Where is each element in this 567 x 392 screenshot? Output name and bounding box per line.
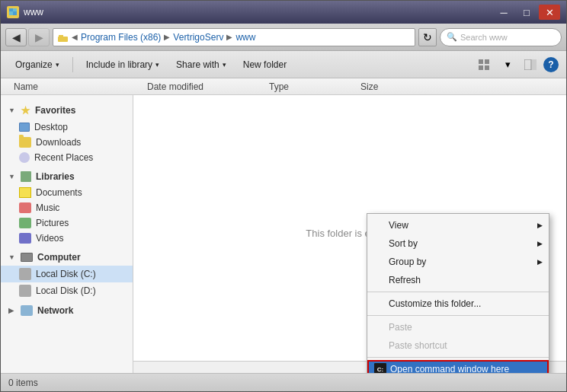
view-options-button[interactable] bbox=[475, 56, 495, 73]
svg-rect-5 bbox=[58, 37, 68, 42]
ctx-open-command[interactable]: C: Open command window here bbox=[367, 360, 549, 373]
breadcrumb-www[interactable]: www bbox=[235, 32, 255, 43]
libraries-header[interactable]: ▼ Libraries bbox=[1, 168, 133, 185]
computer-icon bbox=[21, 253, 33, 262]
minimize-button[interactable]: ─ bbox=[493, 5, 514, 20]
ctx-group-by[interactable]: Group by bbox=[367, 253, 549, 271]
sidebar-documents-label: Documents bbox=[36, 187, 82, 198]
svg-rect-11 bbox=[532, 59, 537, 70]
col-date[interactable]: Date modified bbox=[141, 81, 263, 92]
svg-rect-1 bbox=[13, 8, 17, 11]
computer-header[interactable]: ▼ Computer bbox=[1, 249, 133, 266]
include-in-library-button[interactable]: Include in library ▾ bbox=[79, 55, 166, 75]
window-icon bbox=[7, 6, 19, 18]
favorites-label: Favorites bbox=[35, 105, 75, 116]
svg-rect-7 bbox=[485, 59, 489, 64]
computer-arrow: ▼ bbox=[8, 253, 16, 261]
sidebar-item-documents[interactable]: Documents bbox=[1, 185, 133, 200]
sidebar-pictures-label: Pictures bbox=[36, 218, 69, 228]
sidebar-item-music[interactable]: Music bbox=[1, 200, 133, 215]
back-button[interactable]: ◀ bbox=[5, 28, 27, 46]
computer-section: ▼ Computer Local Disk (C:) Local Disk (D… bbox=[1, 249, 133, 299]
ctx-customize[interactable]: Customize this folder... bbox=[367, 295, 549, 313]
network-icon bbox=[21, 305, 33, 316]
sidebar-item-local-c[interactable]: Local Disk (C:) bbox=[1, 266, 133, 282]
music-icon bbox=[19, 202, 31, 213]
ctx-sep-3 bbox=[367, 357, 549, 358]
status-bar: 0 items bbox=[1, 373, 566, 391]
sidebar-desktop-label: Desktop bbox=[34, 122, 68, 132]
libraries-icon bbox=[21, 171, 31, 182]
preview-pane-button[interactable] bbox=[521, 56, 540, 73]
libraries-arrow: ▼ bbox=[8, 173, 16, 180]
ctx-refresh[interactable]: Refresh bbox=[367, 271, 549, 289]
col-type[interactable]: Type bbox=[263, 81, 354, 92]
col-name[interactable]: Name bbox=[8, 81, 44, 92]
ctx-paste-shortcut: Paste shortcut bbox=[367, 336, 549, 355]
sidebar-item-local-d[interactable]: Local Disk (D:) bbox=[1, 282, 133, 299]
column-headers: Name Date modified Type Size bbox=[1, 78, 566, 95]
network-section: ▶ Network bbox=[1, 302, 133, 319]
share-with-button[interactable]: Share with ▾ bbox=[169, 55, 233, 75]
breadcrumb-sep-2: ▶ bbox=[164, 33, 170, 41]
sidebar-item-videos[interactable]: Videos bbox=[1, 231, 133, 246]
sidebar-local-c-label: Local Disk (C:) bbox=[36, 269, 96, 279]
refresh-button[interactable]: ↻ bbox=[418, 28, 437, 46]
svg-rect-8 bbox=[479, 65, 483, 70]
ctx-paste: Paste bbox=[367, 318, 549, 336]
sidebar-item-recent[interactable]: Recent Places bbox=[1, 150, 133, 165]
close-button[interactable]: ✕ bbox=[539, 5, 560, 20]
videos-icon bbox=[19, 233, 31, 244]
ctx-view[interactable]: View bbox=[367, 216, 549, 234]
svg-rect-6 bbox=[479, 59, 483, 64]
desktop-icon bbox=[19, 123, 30, 132]
new-folder-button[interactable]: New folder bbox=[236, 55, 293, 75]
search-bar[interactable]: 🔍 Search www bbox=[440, 28, 562, 46]
breadcrumb-bar[interactable]: ◀ Program Files (x86) ▶ VertrigoServ ▶ w… bbox=[53, 28, 415, 46]
window-controls: ─ □ ✕ bbox=[493, 5, 560, 20]
svg-rect-3 bbox=[13, 11, 17, 15]
sidebar-local-d-label: Local Disk (D:) bbox=[36, 285, 96, 296]
disk-d-icon bbox=[19, 285, 31, 297]
breadcrumb-vertrigo[interactable]: VertrigoServ bbox=[173, 32, 223, 43]
breadcrumb-sep-1: ◀ bbox=[72, 33, 78, 41]
sidebar-item-pictures[interactable]: Pictures bbox=[1, 215, 133, 231]
network-arrow: ▶ bbox=[8, 307, 16, 314]
network-header[interactable]: ▶ Network bbox=[1, 302, 133, 319]
ctx-sort-by[interactable]: Sort by bbox=[367, 234, 549, 253]
favorites-header[interactable]: ▼ ★ Favorites bbox=[1, 101, 133, 120]
search-placeholder: Search www bbox=[460, 33, 508, 42]
col-size[interactable]: Size bbox=[354, 81, 415, 92]
breadcrumb-program-files[interactable]: Program Files (x86) bbox=[81, 32, 161, 43]
help-button[interactable]: ? bbox=[543, 57, 559, 72]
file-area[interactable]: This folder is empty. View Sort by Group… bbox=[133, 95, 566, 373]
context-menu: View Sort by Group by Refresh Customize … bbox=[367, 213, 549, 373]
view-dropdown-button[interactable]: ▾ bbox=[498, 56, 517, 73]
forward-button[interactable]: ▶ bbox=[28, 28, 50, 46]
svg-rect-2 bbox=[9, 11, 13, 15]
svg-rect-0 bbox=[9, 8, 13, 11]
favorites-arrow: ▼ bbox=[8, 107, 16, 114]
breadcrumb-sep-3: ▶ bbox=[226, 33, 232, 41]
sidebar-downloads-label: Downloads bbox=[36, 137, 81, 148]
toolbar-right: ▾ ? bbox=[475, 56, 559, 73]
sidebar-videos-label: Videos bbox=[36, 233, 63, 244]
ctx-sep-1 bbox=[367, 292, 549, 292]
title-bar-left: www bbox=[7, 6, 43, 18]
title-bar: www ─ □ ✕ bbox=[1, 1, 566, 24]
downloads-folder-icon bbox=[19, 137, 31, 148]
favorites-section: ▼ ★ Favorites Desktop Downloads Recent P… bbox=[1, 101, 133, 165]
address-bar: ◀ ▶ ◀ Program Files (x86) ▶ VertrigoServ… bbox=[1, 24, 566, 51]
toolbar: Organize ▾ Include in library ▾ Share wi… bbox=[1, 51, 566, 78]
main-content: ▼ ★ Favorites Desktop Downloads Recent P… bbox=[1, 95, 566, 373]
svg-rect-9 bbox=[485, 65, 489, 70]
toolbar-separator-1 bbox=[72, 57, 73, 72]
sidebar-recent-label: Recent Places bbox=[34, 152, 93, 163]
svg-rect-10 bbox=[524, 59, 531, 70]
favorites-star-icon: ★ bbox=[21, 104, 30, 116]
sidebar-item-downloads[interactable]: Downloads bbox=[1, 135, 133, 150]
maximize-button[interactable]: □ bbox=[516, 5, 537, 20]
organize-button[interactable]: Organize ▾ bbox=[8, 55, 66, 75]
status-items: 0 items bbox=[8, 378, 38, 388]
sidebar-item-desktop[interactable]: Desktop bbox=[1, 120, 133, 135]
